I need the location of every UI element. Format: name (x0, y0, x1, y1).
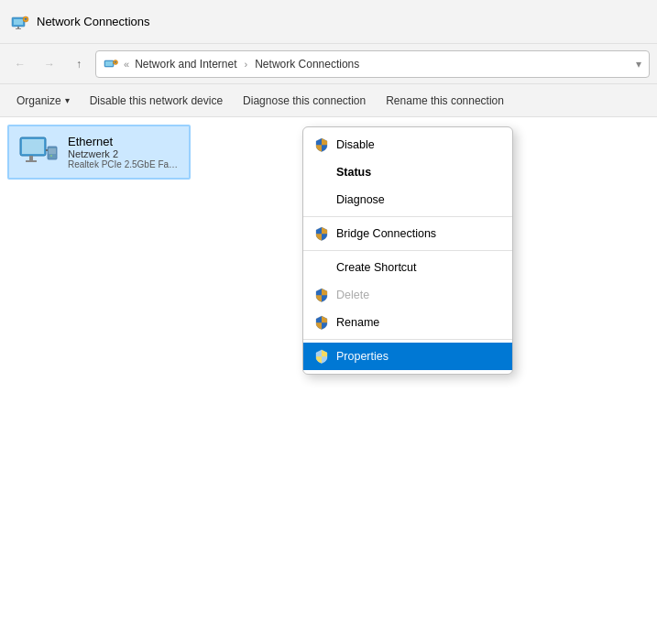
context-menu-item-properties[interactable]: Properties (303, 343, 512, 370)
svg-rect-9 (22, 139, 44, 154)
main-content: Ethernet Netzwerk 2 Realtek PCIe 2.5GbE … (0, 117, 657, 644)
forward-button[interactable]: → (37, 51, 62, 77)
address-separator-left: « (124, 59, 129, 70)
context-menu-item-disable[interactable]: Disable (303, 131, 512, 158)
svg-rect-2 (17, 27, 19, 28)
shield-icon (314, 349, 329, 364)
shield-icon (314, 226, 329, 241)
window-title: Network Connections (37, 15, 150, 28)
context-menu-item-delete: Delete (303, 281, 512, 309)
address-chevron1: › (245, 59, 248, 70)
rename-connection-button[interactable]: Rename this connection (377, 88, 513, 114)
toolbar: Organize ▾ Disable this network device D… (0, 84, 657, 117)
context-menu-item-status[interactable]: Status (303, 158, 512, 186)
organize-button[interactable]: Organize ▾ (7, 88, 79, 114)
ethernet-adapter: Realtek PCIe 2.5GbE Family Contr... (68, 159, 181, 169)
context-menu-label-rename: Rename (336, 316, 379, 329)
svg-rect-1 (14, 19, 23, 25)
address-box[interactable]: « Network and Internet › Network Connect… (95, 50, 650, 78)
address-dropdown-icon[interactable]: ▾ (636, 58, 641, 71)
context-menu-item-shortcut[interactable]: Create Shortcut (303, 254, 512, 281)
context-menu-item-rename[interactable]: Rename (303, 309, 512, 336)
title-bar: Network Connections (0, 0, 657, 44)
diagnose-button[interactable]: Diagnose this connection (234, 88, 375, 114)
context-menu-label-disable: Disable (336, 138, 375, 151)
context-menu-separator (303, 250, 512, 251)
ethernet-icon (16, 130, 60, 174)
svg-rect-11 (26, 160, 37, 162)
context-menu-item-bridge[interactable]: Bridge Connections (303, 220, 512, 247)
svg-rect-6 (105, 61, 113, 66)
address-path2: Network Connections (255, 58, 359, 71)
context-menu-separator (303, 339, 512, 340)
context-menu-label-properties: Properties (336, 350, 389, 363)
app-icon (11, 13, 29, 31)
svg-point-14 (50, 155, 52, 157)
context-menu-label-delete: Delete (336, 289, 369, 301)
back-button[interactable]: ← (7, 51, 33, 77)
address-path1: Network and Internet (135, 58, 236, 71)
context-menu-label-bridge: Bridge Connections (336, 227, 436, 240)
up-button[interactable]: ↑ (66, 51, 92, 77)
ethernet-item[interactable]: Ethernet Netzwerk 2 Realtek PCIe 2.5GbE … (7, 125, 191, 180)
context-menu-item-diagnose[interactable]: Diagnose (303, 186, 512, 213)
shield-icon (314, 137, 329, 152)
context-menu: DisableStatusDiagnose Bridge Connections… (302, 126, 513, 375)
context-menu-label-shortcut: Create Shortcut (336, 261, 417, 274)
shield-icon (314, 288, 329, 302)
address-bar: ← → ↑ « Network and Internet › Network C… (0, 44, 657, 84)
svg-rect-10 (29, 156, 33, 160)
ethernet-sub: Netzwerk 2 (68, 148, 181, 159)
svg-rect-3 (16, 28, 21, 29)
context-menu-label-diagnose: Diagnose (336, 193, 385, 206)
ethernet-name: Ethernet (68, 135, 181, 148)
svg-rect-13 (49, 148, 56, 154)
context-menu-label-status: Status (336, 166, 371, 179)
address-network-icon (104, 57, 118, 71)
ethernet-info: Ethernet Netzwerk 2 Realtek PCIe 2.5GbE … (68, 135, 181, 169)
disable-device-button[interactable]: Disable this network device (81, 88, 232, 114)
context-menu-separator (303, 216, 512, 217)
shield-icon (314, 315, 329, 330)
